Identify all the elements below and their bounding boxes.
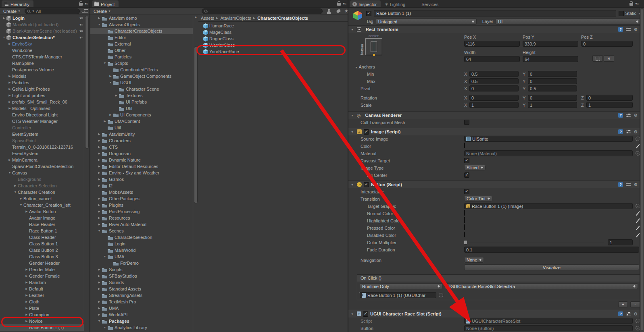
- hierarchy-row[interactable]: ▶Plate: [0, 305, 84, 311]
- hierarchy-row[interactable]: Class Button 3: [0, 253, 84, 260]
- target-graphic-field[interactable]: Race Button 1 (1) (Image): [464, 203, 633, 209]
- tab-lighting[interactable]: ✳ Lighting: [382, 0, 409, 7]
- foldout-icon[interactable]: ▶: [97, 150, 102, 157]
- onclick-function-dropdown[interactable]: UGUICharacterRaceSlot.SelectRa: [445, 283, 638, 289]
- lock-icon[interactable]: [629, 3, 633, 6]
- rotation-x-field[interactable]: 0: [469, 95, 519, 101]
- foldout-icon[interactable]: ▶: [7, 99, 12, 105]
- source-image-field[interactable]: UISprite: [464, 136, 633, 142]
- foldout-icon[interactable]: ▶: [97, 144, 102, 150]
- remove-event-button[interactable]: -: [630, 301, 640, 307]
- breadcrumb-atavismobjects[interactable]: AtavismObjects: [220, 16, 251, 21]
- hierarchy-row[interactable]: ▶Gender Male: [0, 266, 84, 273]
- project-tree-row[interactable]: ▼AtavismObjects: [90, 21, 193, 28]
- presets-icon[interactable]: [626, 130, 631, 134]
- hierarchy-row[interactable]: ▶Models: [0, 73, 84, 79]
- pivot-y-field[interactable]: 0.5: [528, 85, 577, 91]
- project-tree-row[interactable]: MobsAssets: [90, 189, 193, 195]
- raycast-target-checkbox[interactable]: [464, 158, 469, 163]
- asset-row[interactable]: RogueClass: [198, 35, 348, 42]
- scene-menu-icon[interactable]: ▾≡: [79, 15, 83, 21]
- inspector-scrollbar[interactable]: [640, 8, 644, 332]
- project-tree-scrollbar[interactable]: ▲: [193, 15, 198, 332]
- foldout-icon[interactable]: ▶: [108, 73, 113, 79]
- foldout-icon[interactable]: ▶: [97, 208, 102, 215]
- project-tree-row[interactable]: ▼Analytics Library: [90, 324, 193, 331]
- project-tree-row[interactable]: ▶SFBayStudios: [90, 273, 193, 279]
- foldout-icon[interactable]: ▶: [7, 105, 12, 112]
- tab-inspector[interactable]: i Inspector: [350, 0, 381, 7]
- gameobject-active-checkbox[interactable]: [366, 11, 371, 16]
- foldout-icon[interactable]: ▶: [24, 318, 29, 324]
- foldout-icon[interactable]: ▶: [102, 118, 107, 124]
- project-tree-row[interactable]: ▼Packages: [90, 318, 193, 324]
- project-tree-row[interactable]: Util: [90, 105, 193, 112]
- foldout-icon[interactable]: ▶: [97, 311, 102, 318]
- foldout-icon[interactable]: ▼: [97, 21, 102, 28]
- scene-menu-icon[interactable]: ▾≡: [79, 28, 83, 34]
- gameobject-name-field[interactable]: Race Button 1 (1): [374, 10, 616, 17]
- panel-menu-icon[interactable]: ▾≡: [343, 2, 346, 6]
- project-tree-row[interactable]: ▶Sounds: [90, 279, 193, 286]
- transition-dropdown[interactable]: Color Tint: [464, 196, 492, 201]
- project-tree-row[interactable]: ▶TextMesh Pro: [90, 299, 193, 305]
- project-tree-row[interactable]: ▶WorldAPI: [90, 311, 193, 318]
- foldout-icon[interactable]: ▼: [13, 189, 18, 195]
- hierarchy-row[interactable]: EventSystem: [0, 150, 84, 157]
- presets-icon[interactable]: [626, 312, 631, 316]
- asset-row[interactable]: YourRaceRace: [198, 48, 348, 55]
- lock-icon[interactable]: [337, 3, 341, 6]
- hierarchy-row[interactable]: ▼Character Creation: [0, 189, 84, 195]
- panel-menu-icon[interactable]: ▾≡: [85, 2, 88, 6]
- project-create-button[interactable]: Create ▼: [92, 9, 113, 14]
- project-tree-row[interactable]: CoordinatedEffects: [90, 66, 193, 73]
- scroll-up-icon[interactable]: ▲: [194, 15, 197, 18]
- rotation-z-field[interactable]: 0: [586, 95, 633, 101]
- foldout-icon[interactable]: ▶: [97, 215, 102, 221]
- raw-mode-button[interactable]: R: [604, 55, 614, 62]
- hierarchy-row[interactable]: ▶Particles: [0, 79, 84, 86]
- project-tree-row[interactable]: StreamingAssets: [90, 292, 193, 299]
- hierarchy-row[interactable]: ▼Canvas: [0, 170, 84, 176]
- foldout-icon[interactable]: ▼: [102, 324, 107, 331]
- pressed-color-swatch[interactable]: [464, 224, 465, 230]
- cull-transparent-mesh-checkbox[interactable]: [464, 120, 469, 125]
- hierarchy-row[interactable]: Race Button 1 (1): [0, 324, 84, 331]
- scene-menu-icon[interactable]: ▾≡: [79, 21, 83, 28]
- blueprint-mode-button[interactable]: [592, 55, 603, 62]
- project-tree-row[interactable]: ▼UMA: [90, 253, 193, 260]
- hierarchy-row[interactable]: CTS.CTSTerrainManager: [0, 54, 84, 60]
- presets-icon[interactable]: [626, 113, 631, 117]
- posy-field[interactable]: 330.9: [523, 41, 578, 47]
- project-tree-row[interactable]: ▶Resources: [90, 215, 193, 221]
- foldout-icon[interactable]: ▼: [2, 34, 6, 41]
- scale-z-field[interactable]: 1: [586, 102, 633, 108]
- project-tree-row[interactable]: ▶Dynamic Nature: [90, 157, 193, 163]
- image-type-dropdown[interactable]: Sliced: [464, 165, 486, 170]
- project-tree-row[interactable]: ▶PostProcessing: [90, 208, 193, 215]
- project-tree-row[interactable]: ▶Editor Default Resources: [90, 163, 193, 170]
- hierarchy-row[interactable]: Post-process Volume: [0, 66, 84, 73]
- hierarchy-row[interactable]: ▶Gender Female: [0, 273, 84, 279]
- foldout-icon[interactable]: ▶: [24, 305, 29, 311]
- anchor-max-x-field[interactable]: 0.5: [469, 78, 519, 84]
- hierarchy-create-button[interactable]: Create ▼: [2, 9, 22, 14]
- project-tree-row[interactable]: ▶Textures: [90, 92, 193, 99]
- hierarchy-row[interactable]: ▶EnviroSky: [0, 41, 84, 47]
- tag-dropdown[interactable]: Untagged: [376, 19, 477, 25]
- foldout-icon[interactable]: ▼: [102, 253, 107, 260]
- hierarchy-row[interactable]: ▶Cloth: [0, 299, 84, 305]
- gear-icon[interactable]: ⚙: [634, 129, 638, 134]
- hierarchy-row[interactable]: RamSpline: [0, 60, 84, 66]
- project-tree-row[interactable]: ▼UGUI: [90, 79, 193, 86]
- color-multiplier-field[interactable]: 1: [608, 239, 633, 245]
- search-by-label-icon[interactable]: [336, 9, 341, 14]
- image-color-swatch[interactable]: [464, 143, 465, 148]
- project-tree-row[interactable]: CharacterCreateObjects: [90, 28, 193, 34]
- pivot-x-field[interactable]: 0: [469, 85, 519, 91]
- hierarchy-row[interactable]: MainWorld (not loaded)▾≡: [0, 21, 84, 28]
- fade-duration-field[interactable]: 0.1: [464, 247, 639, 253]
- project-tree-row[interactable]: CharacterSelection: [90, 234, 193, 241]
- foldout-icon[interactable]: ▶: [24, 286, 29, 292]
- object-picker-icon[interactable]: [439, 293, 443, 297]
